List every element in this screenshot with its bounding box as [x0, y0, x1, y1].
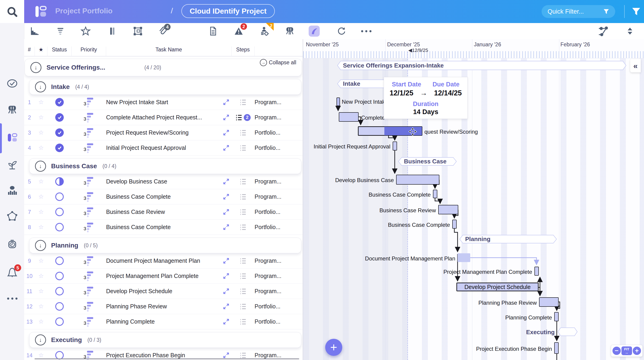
priority-indicator[interactable]: 3	[72, 256, 106, 266]
project-name-button[interactable]: Cloud IDentify Project	[181, 4, 275, 18]
columns-icon[interactable]	[106, 26, 118, 37]
status-todo-icon[interactable]	[48, 302, 72, 311]
section-expand-icon[interactable]: ↓	[35, 161, 46, 172]
collapse-all-button[interactable]: → Collapse all	[260, 59, 296, 66]
steps-icon[interactable]: 2	[232, 114, 254, 121]
priority-indicator[interactable]: 3	[72, 97, 106, 108]
steps-icon[interactable]	[232, 209, 254, 216]
steps-icon[interactable]	[232, 273, 254, 280]
table-row[interactable]: 6 ☆ 3 Business Case Complete Program...	[24, 189, 303, 205]
expand-task-icon[interactable]	[223, 178, 229, 185]
priority-indicator[interactable]: 3	[72, 176, 106, 187]
table-row[interactable]: 2 ☆ 3 Complete Attached Project Request.…	[24, 110, 303, 125]
document-icon[interactable]	[208, 26, 218, 37]
steps-icon[interactable]	[232, 193, 254, 200]
table-row[interactable]: 11 ☆ 3 Develop Project Schedule Program.…	[24, 284, 303, 299]
table-row[interactable]: 4 ☆ 3 Initial Project Request Approval P…	[24, 140, 303, 155]
priority-indicator[interactable]: 3	[72, 271, 106, 281]
expand-task-icon[interactable]	[223, 318, 229, 325]
group-frame-icon[interactable]	[132, 26, 144, 37]
steps-icon[interactable]	[232, 352, 254, 359]
fit-button[interactable]: FIT↔	[622, 346, 632, 355]
task-name[interactable]: Business Case Complete	[106, 193, 171, 200]
expand-task-icon[interactable]	[223, 129, 229, 136]
star-icon[interactable]: ☆	[35, 257, 48, 264]
status-done-icon[interactable]	[48, 98, 72, 106]
workload-icon[interactable]	[6, 185, 18, 196]
tasks-check-icon[interactable]	[6, 78, 18, 89]
steps-icon[interactable]	[232, 303, 254, 310]
status-in-progress-icon[interactable]	[48, 177, 72, 186]
more-nav-icon[interactable]	[6, 293, 18, 304]
expand-task-icon[interactable]	[223, 209, 229, 215]
steps-icon[interactable]	[232, 224, 254, 231]
gantt-panel[interactable]: November '25 December '25 January '26 Fe…	[303, 39, 644, 360]
steps-icon[interactable]	[232, 129, 254, 136]
star-icon[interactable]: ☆	[35, 193, 48, 200]
bar-planning-phase-review[interactable]	[539, 297, 558, 307]
milestone-planning-complete[interactable]	[554, 312, 558, 321]
growth-plant-icon[interactable]	[6, 159, 18, 170]
expand-task-icon[interactable]	[223, 99, 229, 105]
col-number[interactable]: #	[24, 47, 35, 56]
status-todo-icon[interactable]	[48, 208, 72, 216]
status-todo-icon[interactable]	[48, 317, 72, 326]
add-task-button[interactable]: +	[325, 339, 342, 356]
section-executing[interactable]: ↓ Executing (0 / 3)	[29, 332, 301, 348]
expand-task-icon[interactable]	[223, 288, 229, 294]
priority-indicator[interactable]: 3	[72, 286, 106, 297]
expand-task-icon[interactable]	[223, 224, 229, 230]
phase-bracket-business-case[interactable]: Business Case	[398, 157, 457, 166]
phase-bracket-root[interactable]: Service Offerings Expansion-Intake	[337, 61, 626, 70]
task-name[interactable]: New Project Intake Start	[106, 99, 168, 106]
expand-task-icon[interactable]	[223, 273, 229, 279]
task-name[interactable]: Business Case Complete	[106, 224, 171, 231]
table-row[interactable]: 3 ☆ 3 Project Request Review/Scoring Por…	[24, 125, 303, 140]
task-name[interactable]: Project Request Review/Scoring	[106, 129, 189, 136]
table-row[interactable]: 10 ☆ 3 Project Management Plan Complete …	[24, 269, 303, 284]
expand-task-icon[interactable]	[223, 303, 229, 309]
global-search-button[interactable]	[0, 0, 24, 23]
task-name[interactable]: Develop Business Case	[106, 178, 167, 185]
resources-icon[interactable]: 2	[259, 26, 270, 37]
table-row[interactable]: 5 ☆ 3 Develop Business Case Program...	[24, 174, 303, 189]
task-name[interactable]: Document Project Management Plan	[106, 257, 200, 264]
dependencies-icon[interactable]	[598, 26, 609, 37]
task-name[interactable]: Planning Complete	[106, 318, 155, 325]
steps-icon[interactable]	[232, 288, 254, 295]
milestone-project-execution-begin[interactable]	[554, 342, 558, 354]
bar-develop-project-schedule-selected[interactable]: Develop Project Schedule	[456, 283, 538, 291]
task-name[interactable]: Planning Phase Review	[106, 303, 167, 310]
expand-task-icon[interactable]	[223, 194, 229, 200]
expand-task-icon[interactable]	[223, 258, 229, 264]
task-name[interactable]: Initial Project Request Approval	[106, 144, 186, 151]
status-done-icon[interactable]	[48, 128, 72, 137]
task-name[interactable]: Business Case Review	[106, 209, 165, 215]
star-icon[interactable]: ☆	[35, 99, 48, 106]
expand-task-icon[interactable]	[223, 352, 229, 358]
star-icon[interactable]: ☆	[35, 208, 48, 216]
steps-icon[interactable]	[232, 257, 254, 264]
star-icon[interactable]: ☆	[35, 114, 48, 121]
task-name[interactable]: Project Execution Phase Begin	[106, 352, 185, 358]
collapse-gantt-icon[interactable]: «	[630, 59, 641, 72]
zoom-out-button[interactable]: −	[612, 347, 621, 355]
advanced-filter-icon[interactable]	[632, 7, 641, 16]
col-task-name[interactable]: Task Name	[106, 47, 232, 56]
priority-indicator[interactable]: 3	[72, 222, 106, 233]
priority-indicator[interactable]: 3	[72, 112, 106, 123]
star-icon[interactable]: ☆	[35, 288, 48, 295]
status-todo-icon[interactable]	[48, 257, 72, 265]
table-row[interactable]: 12 ☆ 3 Planning Phase Review Portfolio..…	[24, 299, 303, 314]
horizontal-scrollbar[interactable]	[34, 358, 299, 359]
status-todo-icon[interactable]	[48, 223, 72, 231]
section-intake[interactable]: ↓ Intake (4 / 4)	[29, 79, 301, 95]
bar-develop-business-case[interactable]	[396, 175, 440, 185]
star-icon[interactable]: ☆	[35, 318, 48, 325]
priority-indicator[interactable]: 3	[72, 143, 106, 153]
notifications-bell-icon[interactable]: 5	[6, 267, 18, 278]
star-icon[interactable]: ☆	[35, 178, 48, 185]
quick-filter-button[interactable]: Quick Filter...	[542, 5, 615, 18]
priority-indicator[interactable]: 3	[72, 301, 106, 312]
steps-icon[interactable]	[232, 99, 254, 106]
